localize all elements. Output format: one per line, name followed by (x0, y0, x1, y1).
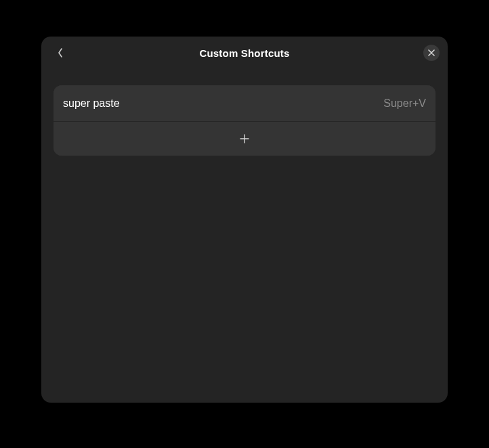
shortcut-row[interactable]: super paste Super+V (54, 85, 435, 121)
custom-shortcuts-window: Custom Shortcuts super paste Super+V (41, 37, 448, 403)
plus-icon (240, 134, 249, 143)
close-button[interactable] (423, 45, 440, 61)
back-button[interactable] (54, 46, 67, 60)
shortcut-name: super paste (63, 97, 120, 110)
close-icon (428, 49, 435, 56)
add-shortcut-button[interactable] (54, 122, 435, 156)
header-bar: Custom Shortcuts (41, 37, 448, 69)
shortcuts-list: super paste Super+V (54, 85, 435, 156)
content-area: super paste Super+V (41, 69, 448, 168)
shortcut-keys: Super+V (383, 97, 426, 110)
back-icon (58, 47, 63, 58)
window-title: Custom Shortcuts (49, 47, 440, 59)
